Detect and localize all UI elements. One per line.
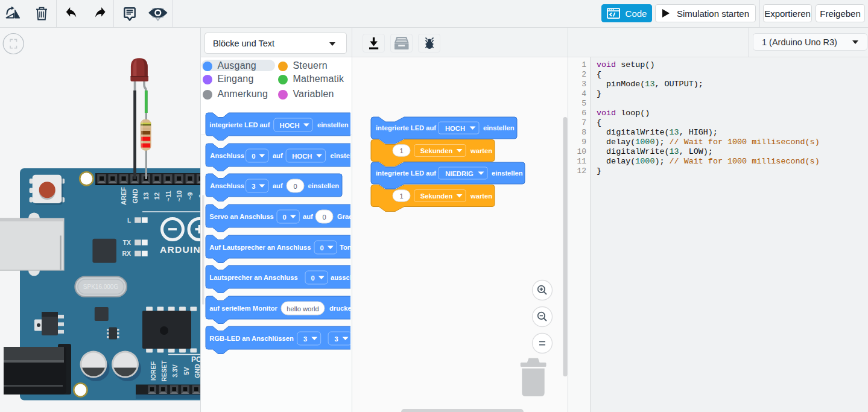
svg-text:warten: warten [470, 147, 492, 154]
svg-text:3.3V: 3.3V [171, 364, 179, 378]
svg-text:0: 0 [252, 153, 255, 160]
svg-text:ARDUINO: ARDUINO [160, 244, 200, 255]
svg-text:3: 3 [334, 335, 338, 343]
svg-text:0: 0 [322, 214, 326, 221]
svg-text:Sekunden: Sekunden [420, 147, 453, 154]
svg-text:13: 13 [142, 192, 150, 200]
svg-text:IOREF: IOREF [150, 361, 157, 381]
svg-text:integrierte LED auf: integrierte LED auf [376, 170, 436, 177]
svg-text:HOCH: HOCH [280, 122, 300, 129]
svg-text:SPK16.000G: SPK16.000G [83, 284, 119, 290]
svg-text:~10: ~10 [176, 191, 183, 202]
svg-text:POWER: POWER [191, 355, 200, 364]
svg-text:5V: 5V [183, 367, 190, 375]
svg-text:auf seriellem Monitor: auf seriellem Monitor [209, 305, 277, 312]
svg-text:RX: RX [122, 250, 131, 257]
svg-text:Anschluss: Anschluss [210, 152, 244, 159]
svg-text:Lautsprecher an Anschluss: Lautsprecher an Anschluss [209, 274, 297, 281]
svg-text:NIEDRIG: NIEDRIG [445, 170, 474, 177]
svg-text:auf: auf [273, 152, 283, 159]
svg-text:~11: ~11 [165, 191, 172, 201]
svg-text:0: 0 [320, 244, 324, 252]
svg-text:einstellen: einstellen [331, 152, 350, 159]
svg-text:einstellen: einstellen [308, 182, 339, 189]
svg-text:hello world: hello world [287, 305, 318, 312]
svg-text:TX: TX [123, 239, 131, 246]
svg-text:3: 3 [252, 183, 255, 190]
svg-text:integrierte LED auf: integrierte LED auf [209, 121, 270, 128]
svg-text:drucken: drucken [329, 305, 350, 312]
svg-text:Sekunden: Sekunden [420, 192, 453, 200]
svg-text:HOCH: HOCH [445, 125, 465, 132]
svg-text:auf: auf [303, 213, 313, 220]
svg-text:0: 0 [293, 183, 297, 190]
svg-text:3: 3 [303, 335, 307, 343]
svg-text:einstellen: einstellen [317, 121, 349, 128]
svg-text:auf: auf [273, 182, 283, 189]
svg-text:einstellen: einstellen [483, 124, 515, 132]
svg-text:Tonhöhe: Tonhöhe [340, 244, 350, 251]
svg-text:warten: warten [470, 192, 492, 200]
svg-text:RGB-LED an Anschlüssen: RGB-LED an Anschlüssen [209, 335, 294, 342]
svg-text:einstellen: einstellen [492, 170, 523, 177]
svg-text:integrierte LED auf: integrierte LED auf [376, 124, 436, 132]
svg-text:0: 0 [283, 214, 287, 221]
svg-text:~9: ~9 [186, 192, 194, 200]
svg-text:1: 1 [399, 147, 403, 154]
svg-text:Grad: Grad [337, 213, 350, 220]
svg-text:GND: GND [131, 189, 139, 204]
svg-text:GND: GND [194, 364, 200, 378]
svg-text:RESET: RESET [160, 360, 168, 382]
svg-text:1: 1 [399, 192, 403, 200]
svg-text:ausschalten: ausschalten [331, 274, 350, 281]
svg-text:AREF: AREF [120, 187, 127, 205]
svg-text:12: 12 [153, 192, 160, 200]
svg-text:Servo an Anschluss: Servo an Anschluss [209, 213, 274, 220]
svg-text:Anschluss: Anschluss [210, 182, 244, 189]
svg-text:Auf Lautsprecher an Anschluss: Auf Lautsprecher an Anschluss [209, 244, 311, 251]
svg-text:HOCH: HOCH [292, 153, 312, 160]
svg-text:0: 0 [311, 274, 315, 282]
svg-text:L: L [127, 217, 131, 224]
